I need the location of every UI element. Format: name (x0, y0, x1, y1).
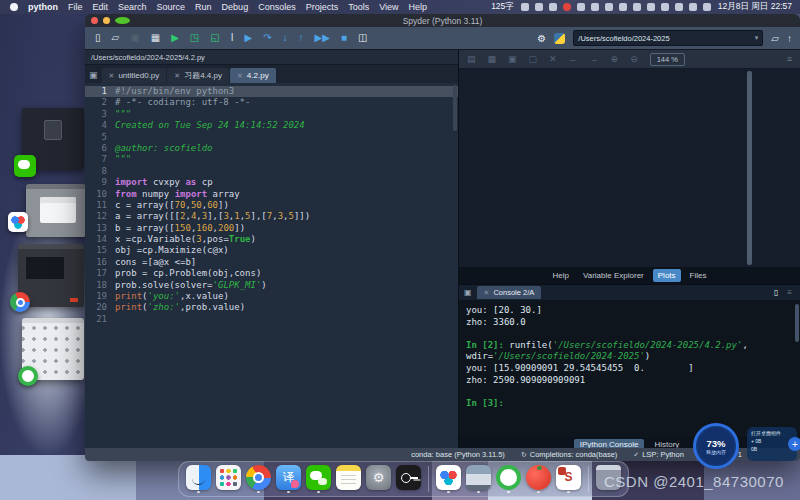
menu-view[interactable]: View (379, 2, 398, 12)
code-editor[interactable]: 1#!/usr/bin/env python32# -*- codiarng: … (85, 83, 458, 448)
active-app-name[interactable]: python (28, 2, 58, 12)
tab-plots[interactable]: Plots (653, 269, 681, 282)
copy-plot-icon[interactable]: ▣ (508, 54, 517, 64)
battery-icon[interactable] (647, 3, 655, 11)
completions-status[interactable]: ↻ Completions: conda(base) (521, 450, 617, 459)
apple-app-icon[interactable] (526, 465, 551, 490)
next-plot-icon[interactable]: → (590, 54, 599, 64)
wechat-icon[interactable] (306, 465, 331, 490)
dock-item-finder[interactable] (186, 465, 211, 494)
stop-icon[interactable]: ■ (341, 33, 347, 43)
menu-tools[interactable]: Tools (348, 2, 369, 12)
new-file-icon[interactable]: ▯ (95, 33, 101, 43)
chrome-badge-icon[interactable] (10, 292, 30, 312)
apple-logo-icon[interactable] (10, 3, 18, 11)
finder-icon[interactable] (186, 465, 211, 490)
notification-icon[interactable] (703, 3, 711, 11)
browse-directory-icon[interactable]: ▱ (771, 33, 779, 44)
add-widget-icon[interactable]: + (788, 437, 800, 451)
thumbnail-dialog-window[interactable] (26, 184, 86, 237)
menu-bar-clock[interactable]: 12月8日 周日 22:57 (718, 1, 792, 13)
browse-consoles-icon[interactable]: ▣ (464, 288, 472, 297)
dock-item-desktop-preview-app[interactable] (466, 465, 491, 494)
dock-item-system-settings[interactable]: ⚙ (366, 465, 391, 494)
close-tab-icon[interactable]: ✕ (237, 72, 243, 80)
plots-splitter-handle[interactable] (747, 71, 752, 265)
stats-icon[interactable] (521, 3, 529, 11)
close-tab-icon[interactable]: ✕ (109, 72, 115, 80)
preferences-wrench-icon[interactable]: ⚙ (537, 33, 546, 44)
menu-help[interactable]: Help (409, 2, 428, 12)
lsp-status[interactable]: ✓ LSP: Python (633, 450, 684, 459)
editor-tab-习题4.4.py[interactable]: ✕习题4.4.py (167, 68, 229, 83)
system-settings-icon[interactable]: ⚙ (366, 465, 391, 490)
open-file-icon[interactable]: ▱ (112, 33, 120, 43)
paw-icon[interactable] (591, 3, 599, 11)
keyboard-icon[interactable] (549, 3, 557, 11)
menu-source[interactable]: Source (157, 2, 186, 12)
python-logo-icon[interactable] (554, 33, 565, 44)
zoom-in-icon[interactable]: ⊕ (611, 54, 619, 64)
save-plot-icon[interactable]: ▤ (467, 54, 476, 64)
desktop-preview-app-icon[interactable] (466, 465, 491, 490)
console-tab[interactable]: ✕ Console 2/A (477, 286, 542, 299)
dock-item-wechat[interactable] (306, 465, 331, 494)
editor-tab-untitled0.py[interactable]: ✕untitled0.py (102, 68, 167, 83)
tab-variable-explorer[interactable]: Variable Explorer (578, 269, 649, 282)
menu-consoles[interactable]: Consoles (258, 2, 296, 12)
menu-debug[interactable]: Debug (222, 2, 249, 12)
menu-edit[interactable]: Edit (93, 2, 109, 12)
ipython-console[interactable]: you: [20. 30.]zho: 3360.0In [2]: runfile… (459, 300, 800, 437)
parent-directory-icon[interactable]: ↑ (787, 33, 792, 44)
menu-run[interactable]: Run (195, 2, 212, 12)
dock-item-chess-app[interactable]: S (556, 465, 581, 494)
console-scrollbar[interactable] (795, 304, 799, 342)
control-center-icon[interactable] (689, 3, 697, 11)
plots-panel[interactable] (459, 69, 800, 267)
menu-file[interactable]: File (68, 2, 83, 12)
step-out-icon[interactable]: ↑ (299, 33, 304, 43)
green-ring-badge-icon[interactable] (18, 366, 38, 386)
run-icon[interactable]: ▶ (171, 33, 179, 43)
browse-tabs-icon[interactable]: ▣ (89, 70, 98, 80)
chess-app-icon[interactable]: S (556, 465, 581, 490)
panes-icon[interactable]: ◫ (358, 33, 367, 43)
wifi-icon[interactable] (661, 3, 669, 11)
launchpad-icon[interactable] (216, 465, 241, 490)
editor-scrollbar[interactable] (453, 85, 457, 131)
wechat-badge-icon[interactable] (14, 155, 36, 177)
debug-icon[interactable]: ▶ (245, 33, 253, 43)
zoom-out-icon[interactable]: ⊖ (630, 54, 638, 64)
search-icon[interactable] (675, 3, 683, 11)
dock-item-launchpad[interactable] (216, 465, 241, 494)
remove-all-plots-icon[interactable]: ✕ (549, 54, 557, 64)
save-all-plots-icon[interactable]: ▦ (488, 54, 497, 64)
tab-files[interactable]: Files (685, 269, 712, 282)
tri-circle-badge-icon[interactable] (8, 212, 28, 232)
step-over-icon[interactable]: ↷ (263, 33, 271, 43)
passwords-icon[interactable] (396, 465, 421, 490)
step-into-icon[interactable]: ↓ (283, 33, 288, 43)
window-titlebar[interactable]: Spyder (Python 3.11) (85, 14, 800, 27)
save-icon[interactable]: ▣ (130, 33, 139, 43)
editor-tab-4.2.py[interactable]: ✕4.2.py (230, 68, 276, 83)
remove-plot-icon[interactable]: ▢ (529, 54, 538, 64)
close-console-icon[interactable]: ✕ (484, 289, 490, 297)
continue-icon[interactable]: ▶▶ (315, 33, 330, 43)
chrome-icon[interactable] (246, 465, 271, 490)
translate-icon[interactable]: 译 (276, 465, 301, 490)
notes-icon[interactable] (336, 465, 361, 490)
chevron-down-icon[interactable]: ▾ (755, 34, 759, 42)
console-options-menu-icon[interactable]: ≡ (787, 288, 792, 297)
conda-env-status[interactable]: conda: base (Python 3.11.5) (411, 450, 505, 459)
shapes-icon[interactable] (577, 3, 585, 11)
run-cell-icon[interactable]: ◳ (190, 33, 199, 43)
dock-item-notes[interactable] (336, 465, 361, 494)
dock-item-green-ring-app[interactable] (496, 465, 521, 494)
dock-item-translate[interactable]: 译 (276, 465, 301, 494)
run-cell-advance-icon[interactable]: ◱ (210, 33, 219, 43)
tab-help[interactable]: Help (548, 269, 574, 282)
menu-projects[interactable]: Projects (306, 2, 339, 12)
tri-circle-app-icon[interactable] (436, 465, 461, 490)
dock-item-tri-circle-app[interactable] (436, 465, 461, 494)
